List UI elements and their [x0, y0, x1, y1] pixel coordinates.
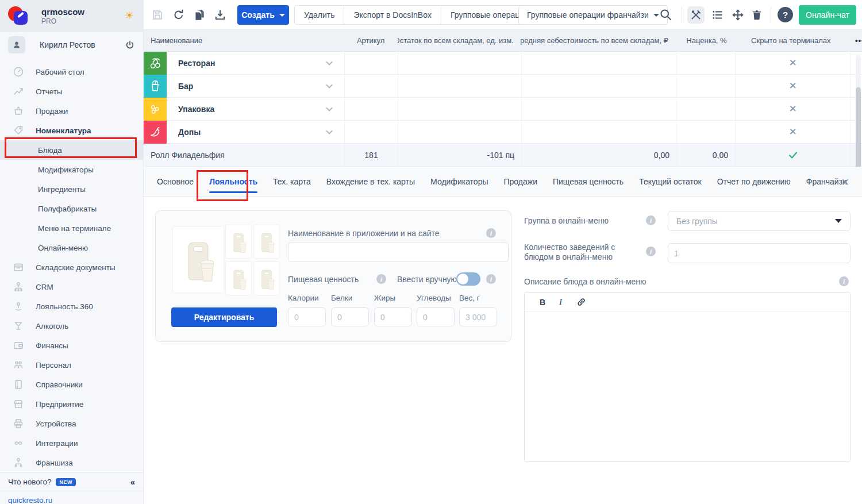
tools-settings-icon[interactable] [690, 9, 702, 21]
sidebar-item-блюда[interactable]: Блюда [0, 140, 143, 160]
table-row-category[interactable]: Ресторан✕ [144, 52, 862, 75]
table-row-category[interactable]: Бар✕ [144, 75, 862, 98]
group-operations-franchise-button[interactable]: Групповые операции франчайзи [518, 5, 668, 25]
sidebar-item-устройства[interactable]: Устройства [0, 414, 143, 433]
sidebar-item-рабочий-стол[interactable]: Рабочий стол [0, 62, 143, 82]
search-icon[interactable] [659, 8, 672, 21]
sidebar-item-предприятие[interactable]: Предприятие [0, 394, 143, 414]
cell-sku [345, 98, 398, 121]
sidebar-item-ингредиенты[interactable]: Ингредиенты [0, 179, 143, 199]
description-editor[interactable]: B I [524, 292, 851, 462]
info-icon[interactable]: i [839, 276, 849, 286]
table-row-category[interactable]: Упаковка✕ [144, 98, 862, 121]
theme-sun-icon[interactable]: ☀ [125, 10, 134, 21]
save-icon [151, 9, 164, 21]
info-icon[interactable]: i [486, 228, 496, 238]
app-name-input[interactable] [288, 242, 509, 262]
x-mark-icon: ✕ [736, 75, 851, 98]
sidebar-item-финансы[interactable]: Финансы [0, 336, 143, 355]
tab-продажи[interactable]: Продажи [504, 167, 537, 197]
create-button[interactable]: Создать [237, 5, 289, 25]
chevron-down-icon[interactable] [325, 59, 334, 68]
tab-вхождение-в-тех-карты[interactable]: Вхождение в тех. карты [326, 167, 415, 197]
tab-тех-карта[interactable]: Тех. карта [273, 167, 311, 197]
info-icon[interactable]: i [376, 274, 386, 284]
tab-модификаторы[interactable]: Модификаторы [430, 167, 488, 197]
toolbar: Создать Удалить Экспорт в DocsInBox Груп… [144, 0, 862, 30]
import-icon[interactable] [214, 9, 226, 21]
column-header: Скрыто на терминалах [734, 30, 848, 52]
category-name: Бар [178, 82, 325, 91]
column-menu-dots-icon[interactable]: ••• [848, 30, 862, 52]
delete-button[interactable]: Удалить [295, 6, 344, 24]
nutrition-field-input[interactable] [459, 307, 497, 326]
info-icon[interactable]: i [646, 216, 656, 225]
close-detail-icon[interactable]: ✕ [841, 176, 849, 188]
group-select[interactable]: Без группы [668, 211, 851, 231]
online-chat-button[interactable]: Онлайн-чат [799, 5, 856, 25]
export-docsinbox-button[interactable]: Экспорт в DocsInBox [344, 6, 441, 24]
quickresto-logo [8, 6, 29, 26]
sidebar-item-лояльность-360[interactable]: Лояльность.360 [0, 297, 143, 316]
link-button[interactable] [576, 297, 587, 307]
tab-отчет-по-движению[interactable]: Отчет по движению [717, 167, 791, 197]
venue-count-input[interactable] [668, 243, 851, 263]
caret-down-icon [653, 14, 659, 17]
chevron-down-icon[interactable] [325, 128, 334, 137]
dish-photo-thumb[interactable] [254, 225, 279, 258]
nutrition-field-input[interactable] [288, 307, 326, 326]
italic-button[interactable]: I [559, 298, 562, 307]
tab-пищевая-ценность[interactable]: Пищевая ценность [553, 167, 624, 197]
chevron-down-icon[interactable] [325, 105, 334, 114]
sidebar-item-складские-документы[interactable]: Складские документы [0, 257, 143, 277]
user-row[interactable]: Кирилл Рестов [0, 32, 143, 57]
edit-photo-button[interactable]: Редактировать [171, 307, 277, 327]
table-row-dish[interactable]: Ролл Филадельфия181-101 пц0,000,00 [144, 144, 862, 167]
chevron-down-icon[interactable] [325, 82, 334, 91]
info-icon[interactable]: i [486, 274, 496, 284]
sidebar-item-франшиза[interactable]: Франшиза [0, 453, 143, 472]
sidebar-item-справочники[interactable]: Справочники [0, 375, 143, 394]
sidebar-item-полуфабрикаты[interactable]: Полуфабрикаты [0, 199, 143, 218]
sidebar-item-crm[interactable]: CRM [0, 277, 143, 297]
sidebar-item-модификаторы[interactable]: Модификаторы [0, 160, 143, 179]
manual-entry-toggle[interactable] [456, 272, 480, 286]
sidebar-item-меню-на-терминале[interactable]: Меню на терминале [0, 218, 143, 238]
tab-текущий-остаток[interactable]: Текущий остаток [639, 167, 702, 197]
info-icon[interactable]: i [646, 247, 656, 256]
move-icon[interactable] [732, 9, 744, 21]
tab-лояльность[interactable]: Лояльность [209, 167, 257, 197]
pepper-icon [144, 121, 167, 144]
tab-основное[interactable]: Основное [157, 167, 194, 197]
dish-photo-thumb[interactable] [226, 225, 251, 258]
cell-markup [677, 121, 736, 144]
logout-power-icon[interactable] [125, 40, 135, 50]
nutrition-field-input[interactable] [331, 307, 369, 326]
table-row-category[interactable]: Допы✕ [144, 121, 862, 144]
copy-icon[interactable] [193, 9, 206, 21]
help-icon[interactable]: ? [778, 7, 793, 22]
refresh-icon[interactable] [172, 9, 185, 21]
sidebar-item-онлайн-меню[interactable]: Онлайн-меню [0, 238, 143, 257]
sidebar-item-алкоголь[interactable]: Алкоголь [0, 316, 143, 336]
loyalty-tab-panel: Редактировать Наименование в приложении … [144, 197, 862, 504]
sidebar-item-интеграции[interactable]: Интеграции [0, 433, 143, 453]
bold-button[interactable]: B [540, 298, 545, 307]
nutrition-field-input[interactable] [417, 307, 455, 326]
reports-icon [13, 86, 24, 97]
list-view-icon[interactable] [711, 9, 724, 21]
cell-sku [345, 52, 398, 75]
dish-photo-thumb[interactable] [254, 262, 279, 295]
sidebar-item-label: Меню на терминале [38, 224, 111, 233]
trash-icon[interactable] [751, 9, 763, 21]
collapse-sidebar-icon[interactable]: « [130, 477, 135, 487]
whats-new-row[interactable]: Что нового? NEW « [0, 472, 143, 491]
sidebar-item-персонал[interactable]: Персонал [0, 355, 143, 375]
sidebar-item-номенклатура[interactable]: Номенклатура [0, 121, 143, 140]
sidebar-item-продажи[interactable]: Продажи [0, 101, 143, 121]
dish-photo-large[interactable] [173, 226, 224, 293]
quickresto-link[interactable]: quickresto.ru [8, 496, 52, 504]
dish-photo-thumb[interactable] [226, 262, 251, 295]
nutrition-field-input[interactable] [374, 307, 412, 326]
sidebar-item-отчеты[interactable]: Отчеты [0, 82, 143, 101]
